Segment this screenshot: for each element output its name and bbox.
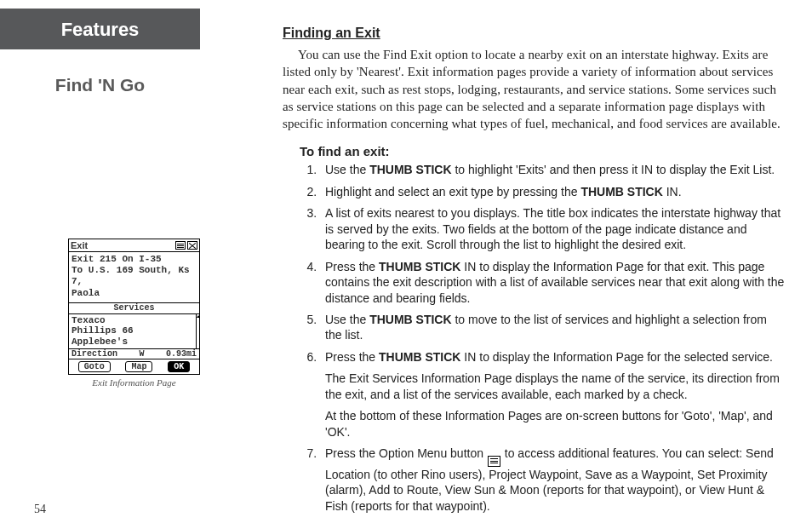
step-6: Press the THUMB STICK IN to display the … [320,349,786,440]
direction-label: Direction [71,349,117,359]
step-4: Press the THUMB STICK IN to display the … [320,259,786,306]
page-number: 54 [34,503,46,516]
step-2: Highlight and select an exit type by pre… [320,184,786,199]
goto-button: Goto [78,361,111,372]
step-5: Use the THUMB STICK to move to the list … [320,312,786,343]
section-title: Find 'N Go [0,75,200,95]
thumb-stick-label: THUMB STICK [379,260,460,273]
menu-icon [175,241,186,250]
service-item: Texaco [71,315,194,326]
service-item: Phillips 66 [71,325,194,336]
step-6-sub: At the bottom of these Information Pages… [325,408,786,440]
service-item: Applebee's [71,336,194,348]
exit-desc-line: Paola [71,288,197,299]
exit-desc-line: Exit 215 On I-35 [71,254,197,265]
option-menu-icon [488,456,500,467]
thumb-stick-label: THUMB STICK [379,350,460,364]
distance-value: 0.93mi [166,349,197,359]
figure-caption: Exit Information Page [68,377,200,388]
device-title: Exit [71,240,88,250]
steps-heading: To find an exit: [300,144,786,158]
step-1: Use the THUMB STICK to highlight 'Exits'… [320,162,786,177]
finding-exit-heading: Finding an Exit [283,26,786,41]
scrollbar [196,314,199,348]
exit-desc-line: To U.S. 169 South, Ks 7, [71,265,197,287]
thumb-stick-label: THUMB STICK [580,185,662,198]
ok-button: OK [168,361,190,372]
step-3: A list of exits nearest to you displays.… [320,205,786,252]
thumb-stick-label: THUMB STICK [369,313,451,326]
step-6-sub: The Exit Services Information Page displ… [325,371,786,402]
thumb-stick-label: THUMB STICK [369,163,451,176]
device-screen: Exit Exit 215 On I-35 To U.S. 169 South,… [68,239,200,375]
exit-info-figure: Exit Exit 215 On I-35 To U.S. 169 South,… [68,239,200,388]
direction-value: W [139,349,144,359]
step-7: Press the Option Menu button to access a… [320,446,786,514]
map-button: Map [125,361,152,372]
intro-paragraph: You can use the Find Exit option to loca… [283,46,786,132]
services-label: Services [69,303,199,314]
features-banner: Features [0,9,200,49]
close-icon [187,241,197,250]
